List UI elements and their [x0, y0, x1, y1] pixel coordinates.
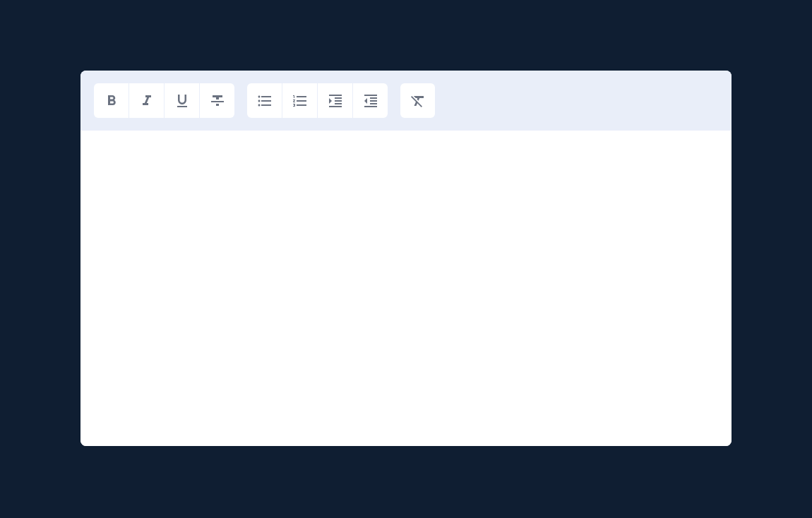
editor-content-area[interactable] — [80, 131, 732, 446]
bullet-list-icon — [256, 92, 273, 109]
strikethrough-icon — [209, 92, 226, 109]
underline-icon — [174, 92, 191, 109]
ordered-list-button[interactable] — [282, 83, 317, 118]
bold-icon — [103, 92, 120, 109]
strikethrough-button[interactable] — [200, 83, 234, 118]
outdent-icon — [362, 92, 379, 109]
underline-button[interactable] — [165, 83, 199, 118]
editor-toolbar — [80, 71, 732, 131]
italic-icon — [138, 92, 155, 109]
indent-button[interactable] — [318, 83, 352, 118]
rich-text-editor — [80, 71, 732, 446]
clear-group — [400, 83, 435, 118]
bold-button[interactable] — [94, 83, 129, 118]
ordered-list-icon — [292, 92, 309, 109]
text-format-group — [94, 83, 234, 118]
bullet-list-button[interactable] — [247, 83, 282, 118]
clear-format-button[interactable] — [400, 83, 435, 118]
indent-icon — [327, 92, 344, 109]
lists-group — [247, 83, 388, 118]
clear-format-icon — [410, 92, 426, 109]
italic-button[interactable] — [129, 83, 164, 118]
outdent-button[interactable] — [353, 83, 388, 118]
